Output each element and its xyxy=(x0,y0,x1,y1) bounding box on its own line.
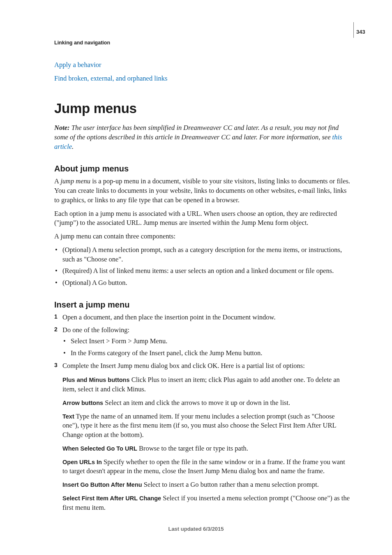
runin-open-urls-in: Open URLs In xyxy=(62,459,102,465)
def-text: Text Type the name of an unnamed item. I… xyxy=(62,412,350,440)
def-arrow-buttons: Arrow buttons Select an item and click t… xyxy=(62,398,350,408)
link-find-broken-links[interactable]: Find broken, external, and orphaned link… xyxy=(54,74,167,82)
about-p1-a: A xyxy=(54,177,60,185)
def-text-text: Type the name of an unnamed item. If you… xyxy=(62,412,336,439)
step-2-sub: Select Insert > Form > Jump Menu. In the… xyxy=(62,337,350,358)
step-2-sub-2: In the Forms category of the Insert pane… xyxy=(62,349,350,358)
step-2: Do one of the following: Select Insert >… xyxy=(54,326,350,358)
insert-steps: Open a document, and then place the inse… xyxy=(54,313,350,370)
about-p1-b: is a pop-up menu in a document, visible … xyxy=(54,177,350,204)
def-open-urls-in: Open URLs In Specify whether to open the… xyxy=(62,458,350,476)
def-insert-go-button: Insert Go Button After Menu Select to in… xyxy=(62,480,350,490)
runin-plus-minus: Plus and Minus buttons xyxy=(62,377,130,383)
def-open-urls-in-text: Specify whether to open the file in the … xyxy=(62,458,345,475)
about-p1: A jump menu is a pop-up menu in a docume… xyxy=(54,177,350,205)
def-plus-minus: Plus and Minus buttons Click Plus to ins… xyxy=(62,375,350,394)
footer-last-updated: Last updated 6/3/2015 xyxy=(0,525,392,533)
about-p2: Each option in a jump menu is associated… xyxy=(54,209,350,228)
runin-when-selected: When Selected Go To URL xyxy=(62,445,137,452)
runin-text: Text xyxy=(62,413,74,420)
def-arrow-buttons-text: Select an item and click the arrows to m… xyxy=(103,399,290,407)
about-bullets: (Optional) A menu selection prompt, such… xyxy=(54,245,350,288)
step-2-sub-1: Select Insert > Form > Jump Menu. xyxy=(62,337,350,346)
def-when-selected-text: Browse to the target file or type its pa… xyxy=(137,444,248,452)
running-head: Linking and navigation xyxy=(54,39,350,46)
note-body-b: . xyxy=(72,143,74,150)
about-p3: A jump menu can contain three components… xyxy=(54,232,350,241)
def-select-first-item: Select First Item After URL Change Selec… xyxy=(62,494,350,513)
about-bullet-2: (Required) A list of linked menu items: … xyxy=(54,266,350,276)
note-body-a: The user interface has been simplified i… xyxy=(54,124,339,141)
about-bullet-1: (Optional) A menu selection prompt, such… xyxy=(54,245,350,264)
page-number-box: 343 xyxy=(353,22,372,38)
runin-select-first-item: Select First Item After URL Change xyxy=(62,495,161,502)
def-when-selected: When Selected Go To URL Browse to the ta… xyxy=(62,444,350,453)
step-1: Open a document, and then place the inse… xyxy=(54,313,350,322)
about-bullet-3: (Optional) A Go button. xyxy=(54,278,350,288)
step-2-text: Do one of the following: xyxy=(62,326,129,334)
def-insert-go-button-text: Select to insert a Go button rather than… xyxy=(142,481,319,488)
heading-insert-jump-menu: Insert a jump menu xyxy=(54,299,350,311)
heading-about-jump-menus: About jump menus xyxy=(54,163,350,175)
note-paragraph: Note: The user interface has been simpli… xyxy=(54,123,350,151)
note-label: Note: xyxy=(54,124,71,132)
page-number: 343 xyxy=(356,29,365,35)
runin-insert-go-button: Insert Go Button After Menu xyxy=(62,481,142,488)
page-title: Jump menus xyxy=(54,99,350,118)
term-jump-menu: jump menu xyxy=(60,177,90,185)
runin-arrow-buttons: Arrow buttons xyxy=(62,400,103,406)
step-3: Complete the Insert Jump menu dialog box… xyxy=(54,361,350,371)
link-apply-behavior[interactable]: Apply a behavior xyxy=(54,61,101,69)
